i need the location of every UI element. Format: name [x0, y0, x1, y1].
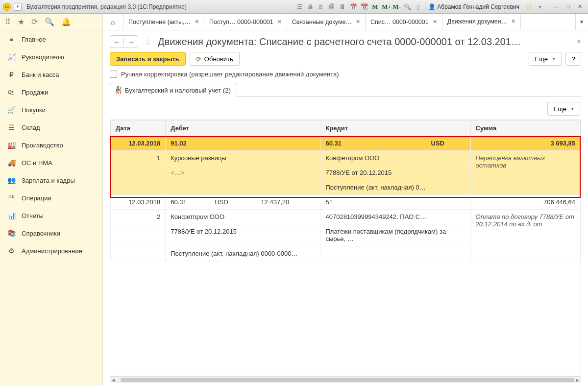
row-1-line1[interactable]: 1 Курсовые разницы Конфетпром ООО Переоц… — [111, 151, 581, 166]
tab-1[interactable]: Поступ… 0000-000001✕ — [204, 14, 287, 30]
nav-label: Покупки — [22, 106, 46, 114]
horizontal-scrollbar[interactable]: ◀▶ — [110, 376, 581, 383]
nav-label: Склад — [22, 124, 40, 131]
nav-label: Банк и касса — [22, 71, 59, 78]
copy-icon[interactable]: 🗐 — [328, 3, 336, 11]
nav-icon: ☰ — [7, 123, 16, 131]
calendar-icon[interactable]: 📅 — [349, 3, 357, 11]
nav-item-5[interactable]: ☰Склад — [0, 119, 102, 136]
sidebar: ⠿ ★ ⟳ 🔍 🔔 ≡Главное📈Руководителю₽Банк и к… — [0, 14, 103, 386]
favorites-icon[interactable]: ★ — [18, 17, 24, 26]
panel-icon[interactable]: ▯ — [414, 3, 422, 11]
movements-table[interactable]: Дата Дебет Кредит Сумма 12.03.2018 91.02 — [110, 120, 581, 376]
info-icon[interactable]: ⓘ — [525, 3, 533, 11]
app-menu-dropdown[interactable]: ▾ — [14, 3, 22, 11]
nav-item-6[interactable]: 🏭Производство — [0, 136, 102, 154]
nav-icon: 🚚 — [7, 159, 16, 167]
nav-item-4[interactable]: 🛒Покупки — [0, 101, 102, 119]
nav-item-3[interactable]: 🛍Продажи — [0, 83, 102, 101]
nav-icon: 🛍 — [7, 88, 16, 96]
favorite-star-icon[interactable]: ☆ — [144, 36, 152, 47]
nav-label: Главное — [22, 36, 46, 43]
nav-item-7[interactable]: 🚚ОС и НМА — [0, 154, 102, 171]
minimize-button[interactable]: — — [551, 2, 562, 11]
nav-label: Руководителю — [22, 53, 64, 61]
nav-label: Продажи — [22, 89, 48, 96]
save-close-button[interactable]: Записать и закрыть — [110, 52, 186, 66]
nav-item-1[interactable]: 📈Руководителю — [0, 48, 102, 66]
nav-icon: 👥 — [7, 176, 16, 184]
nav-icon: ᴰᴷ — [7, 194, 16, 202]
home-tab[interactable]: ⌂ — [103, 14, 123, 30]
refresh-button[interactable]: ⟳Обновить — [190, 52, 240, 66]
manual-correction-checkbox[interactable] — [110, 71, 117, 78]
app-badge-icon: 1c — [3, 3, 11, 11]
help-button[interactable]: ? — [565, 52, 581, 66]
memory-mminus[interactable]: M- — [392, 3, 400, 11]
nav-icon: ≡ — [7, 35, 16, 43]
maximize-button[interactable]: □ — [563, 2, 573, 11]
row-2-line1[interactable]: 2 Конфетпром ООО 40702810399994349242, П… — [111, 210, 581, 224]
tab-close-icon[interactable]: ✕ — [356, 19, 360, 25]
doc-icon[interactable]: 🗎 — [317, 3, 325, 11]
col-debit[interactable]: Дебет — [166, 121, 320, 136]
title-icon[interactable]: ☰ — [295, 3, 303, 11]
col-sum[interactable]: Сумма — [470, 121, 580, 136]
nav-back-forward[interactable]: ← → — [110, 35, 138, 48]
page-title: Движения документа: Списание с расчетног… — [158, 36, 574, 48]
apps-icon[interactable]: ⠿ — [5, 17, 11, 26]
nav-item-8[interactable]: 👥Зарплата и кадры — [0, 171, 102, 189]
tabs-dropdown[interactable]: ▾ — [575, 14, 588, 30]
nav-item-2[interactable]: ₽Банк и касса — [0, 66, 102, 83]
nav-icon: 📊 — [7, 212, 16, 219]
titlebar: 1c ▾ Бухгалтерия предприятия, редакция 3… — [0, 0, 588, 14]
page-close-icon[interactable]: × — [577, 37, 581, 46]
tab-close-icon[interactable]: ✕ — [195, 19, 199, 25]
memory-mplus[interactable]: M+ — [382, 3, 390, 11]
nav-icon: 📈 — [7, 53, 16, 61]
more-button[interactable]: Еще — [529, 52, 562, 66]
tab-2[interactable]: Связанные докуме…✕ — [287, 14, 366, 30]
zoom-icon[interactable]: 🔍 — [403, 3, 411, 11]
refresh-icon: ⟳ — [196, 55, 201, 63]
tab-close-icon[interactable]: ✕ — [511, 18, 515, 24]
col-date[interactable]: Дата — [111, 121, 166, 136]
calc-icon[interactable]: 🖩 — [339, 3, 346, 11]
nav-item-11[interactable]: 📚Справочники — [0, 224, 102, 242]
search-icon[interactable]: 🔍 — [45, 17, 54, 26]
tab-close-icon[interactable]: ✕ — [433, 19, 437, 25]
tab-label: Поступление (акты,… — [128, 19, 191, 25]
forward-icon[interactable]: → — [124, 38, 138, 46]
nav-icon: 🛒 — [7, 106, 16, 114]
tab-4[interactable]: Движения докумен…✕ — [442, 14, 521, 30]
nav-item-9[interactable]: ᴰᴷОперации — [0, 189, 102, 207]
title-dropdown[interactable]: ▾ — [536, 3, 544, 11]
print-icon[interactable]: 🖶 — [306, 3, 314, 11]
accounting-tab[interactable]: ДтКт Бухгалтерский и налоговый учет (2) — [110, 83, 237, 97]
nav-icon: 🏭 — [7, 141, 16, 149]
col-credit[interactable]: Кредит — [320, 121, 470, 136]
notifications-icon[interactable]: 🔔 — [61, 17, 71, 26]
nav-item-10[interactable]: 📊Отчеты — [0, 207, 102, 224]
row-1-header[interactable]: 12.03.2018 91.02 60.31USD 3 693,85 — [111, 136, 581, 151]
current-user[interactable]: 👤 Абрамов Геннадий Сергеевич — [425, 3, 522, 10]
window-title: Бухгалтерия предприятия, редакция 3.0 (1… — [24, 3, 293, 10]
nav-label: Отчеты — [22, 212, 44, 219]
dt-kt-icon: ДтКт — [116, 86, 122, 94]
table-more-button[interactable]: Еще — [547, 102, 580, 116]
memory-m[interactable]: M — [371, 3, 379, 11]
history-icon[interactable]: ⟳ — [31, 17, 38, 26]
nav-label: Операции — [22, 194, 51, 202]
back-icon[interactable]: ← — [110, 38, 124, 46]
date-icon[interactable]: 📆 — [360, 3, 368, 11]
tab-0[interactable]: Поступление (акты,…✕ — [123, 14, 204, 30]
close-button[interactable]: ✕ — [574, 2, 585, 11]
tabstrip: ⌂ Поступление (акты,…✕Поступ… 0000-00000… — [103, 14, 588, 30]
nav-item-12[interactable]: ⚙Администрирование — [0, 242, 102, 260]
row-2-header[interactable]: 12.03.2018 60.31USD12 437,20 51 706 446,… — [111, 195, 581, 210]
tab-3[interactable]: Спис… 0000-000001✕ — [366, 14, 442, 30]
nav-label: ОС и НМА — [22, 159, 52, 167]
tab-close-icon[interactable]: ✕ — [277, 19, 282, 25]
user-name: Абрамов Геннадий Сергеевич — [437, 3, 519, 10]
nav-item-0[interactable]: ≡Главное — [0, 30, 102, 48]
